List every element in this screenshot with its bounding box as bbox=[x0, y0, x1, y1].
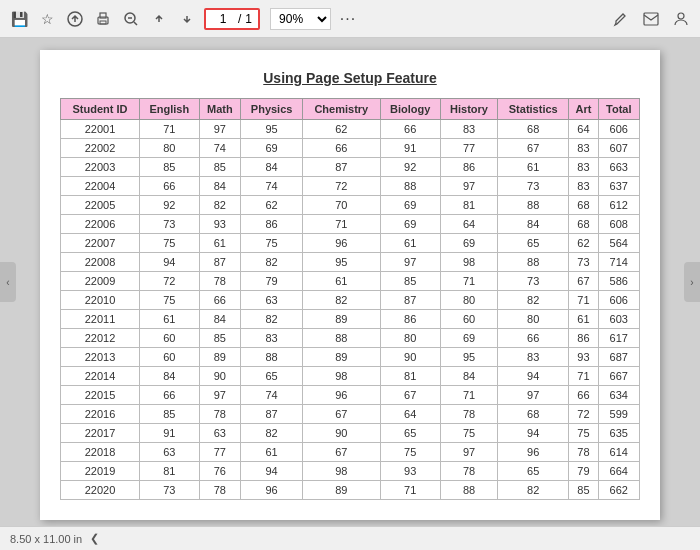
table-cell: 84 bbox=[440, 367, 497, 386]
more-options-icon[interactable]: ··· bbox=[337, 8, 359, 30]
table-cell: 89 bbox=[199, 348, 241, 367]
table-cell: 92 bbox=[380, 158, 440, 177]
table-cell: 69 bbox=[380, 196, 440, 215]
page-size-label: 8.50 x 11.00 in bbox=[10, 533, 82, 545]
table-cell: 67 bbox=[380, 386, 440, 405]
table-cell: 67 bbox=[303, 405, 380, 424]
table-cell: 22011 bbox=[61, 310, 140, 329]
table-cell: 86 bbox=[440, 158, 497, 177]
table-cell: 75 bbox=[140, 234, 200, 253]
table-cell: 68 bbox=[569, 196, 598, 215]
table-cell: 22013 bbox=[61, 348, 140, 367]
table-cell: 85 bbox=[199, 329, 241, 348]
expand-button[interactable]: ❮ bbox=[90, 532, 99, 545]
table-cell: 87 bbox=[303, 158, 380, 177]
table-cell: 82 bbox=[241, 310, 303, 329]
table-row: 220126085838880696686617 bbox=[61, 329, 640, 348]
table-cell: 86 bbox=[241, 215, 303, 234]
table-cell: 98 bbox=[303, 462, 380, 481]
table-cell: 92 bbox=[140, 196, 200, 215]
table-cell: 68 bbox=[569, 215, 598, 234]
table-cell: 77 bbox=[440, 139, 497, 158]
table-cell: 71 bbox=[569, 367, 598, 386]
table-cell: 63 bbox=[199, 424, 241, 443]
upload-icon[interactable] bbox=[64, 8, 86, 30]
table-cell: 68 bbox=[498, 120, 569, 139]
table-cell: 96 bbox=[241, 481, 303, 500]
table-cell: 88 bbox=[498, 196, 569, 215]
table-header-cell: Student ID bbox=[61, 99, 140, 120]
table-cell: 78 bbox=[440, 405, 497, 424]
table-row: 220168578876764786872599 bbox=[61, 405, 640, 424]
table-cell: 617 bbox=[598, 329, 639, 348]
nav-up-icon[interactable] bbox=[148, 8, 170, 30]
table-cell: 78 bbox=[199, 272, 241, 291]
table-cell: 95 bbox=[303, 253, 380, 272]
table-cell: 98 bbox=[440, 253, 497, 272]
table-cell: 61 bbox=[569, 310, 598, 329]
table-header-cell: Biology bbox=[380, 99, 440, 120]
table-cell: 87 bbox=[380, 291, 440, 310]
table-cell: 22007 bbox=[61, 234, 140, 253]
zoom-area: 90% 75% 100% 125% bbox=[270, 8, 331, 30]
table-cell: 86 bbox=[380, 310, 440, 329]
zoom-fit-icon[interactable] bbox=[120, 8, 142, 30]
table-row: 220107566638287808271606 bbox=[61, 291, 640, 310]
table-cell: 63 bbox=[140, 443, 200, 462]
table-cell: 73 bbox=[498, 177, 569, 196]
zoom-select[interactable]: 90% 75% 100% 125% bbox=[270, 8, 331, 30]
table-cell: 83 bbox=[569, 139, 598, 158]
table-cell: 94 bbox=[498, 367, 569, 386]
table-cell: 22017 bbox=[61, 424, 140, 443]
scroll-right-arrow[interactable]: › bbox=[684, 262, 700, 302]
table-cell: 89 bbox=[303, 481, 380, 500]
nav-down-icon[interactable] bbox=[176, 8, 198, 30]
table-cell: 73 bbox=[498, 272, 569, 291]
user-icon[interactable] bbox=[670, 8, 692, 30]
table-cell: 64 bbox=[569, 120, 598, 139]
table-header-cell: Physics bbox=[241, 99, 303, 120]
table-cell: 65 bbox=[380, 424, 440, 443]
scroll-left-arrow[interactable]: ‹ bbox=[0, 262, 16, 302]
save-icon[interactable]: 💾 bbox=[8, 8, 30, 30]
table-cell: 97 bbox=[199, 386, 241, 405]
bookmark-icon[interactable]: ☆ bbox=[36, 8, 58, 30]
table-cell: 90 bbox=[303, 424, 380, 443]
table-cell: 73 bbox=[569, 253, 598, 272]
email-icon[interactable] bbox=[640, 8, 662, 30]
table-cell: 69 bbox=[440, 234, 497, 253]
table-row: 220089487829597988873714 bbox=[61, 253, 640, 272]
table-cell: 88 bbox=[303, 329, 380, 348]
table-cell: 95 bbox=[440, 348, 497, 367]
table-cell: 82 bbox=[498, 481, 569, 500]
table-cell: 79 bbox=[569, 462, 598, 481]
table-row: 220207378968971888285662 bbox=[61, 481, 640, 500]
table-cell: 83 bbox=[498, 348, 569, 367]
table-cell: 80 bbox=[380, 329, 440, 348]
table-cell: 586 bbox=[598, 272, 639, 291]
print-icon[interactable] bbox=[92, 8, 114, 30]
table-cell: 83 bbox=[569, 177, 598, 196]
table-cell: 96 bbox=[498, 443, 569, 462]
annotation-icon[interactable] bbox=[610, 8, 632, 30]
table-cell: 61 bbox=[241, 443, 303, 462]
table-cell: 82 bbox=[241, 253, 303, 272]
table-cell: 61 bbox=[140, 310, 200, 329]
table-cell: 80 bbox=[498, 310, 569, 329]
table-cell: 564 bbox=[598, 234, 639, 253]
page-current-input[interactable]: 1 bbox=[212, 12, 234, 26]
table-cell: 22006 bbox=[61, 215, 140, 234]
table-cell: 60 bbox=[440, 310, 497, 329]
table-cell: 614 bbox=[598, 443, 639, 462]
table-cell: 65 bbox=[498, 234, 569, 253]
table-cell: 61 bbox=[303, 272, 380, 291]
table-cell: 62 bbox=[569, 234, 598, 253]
table-cell: 82 bbox=[241, 424, 303, 443]
table-cell: 687 bbox=[598, 348, 639, 367]
table-cell: 22003 bbox=[61, 158, 140, 177]
document-page: Using Page Setup Feature Student IDEngli… bbox=[40, 50, 660, 520]
toolbar: 💾 ☆ 1 / 1 90% 75% 100% 125% ··· bbox=[0, 0, 700, 38]
table-cell: 22020 bbox=[61, 481, 140, 500]
table-cell: 67 bbox=[498, 139, 569, 158]
table-cell: 63 bbox=[241, 291, 303, 310]
